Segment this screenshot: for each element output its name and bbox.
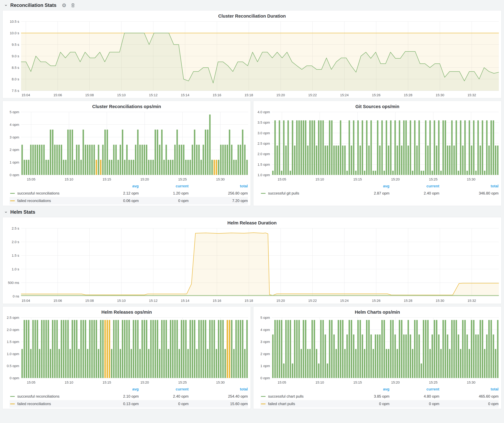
legend-table: avg current total successful reconciliat…: [3, 385, 251, 409]
legend-header-current[interactable]: current: [390, 184, 439, 188]
legend-row-failed-reconciliations[interactable]: failed reconciliations 0.06 opm 0 opm 7.…: [10, 197, 248, 205]
legend-current-value: 0 opm: [390, 402, 439, 406]
svg-text:15:20: 15:20: [140, 177, 149, 181]
svg-text:15:06: 15:06: [54, 299, 62, 303]
svg-text:15:25: 15:25: [178, 177, 187, 181]
svg-text:3.5 opm: 3.5 opm: [258, 121, 270, 124]
svg-text:15:05: 15:05: [27, 381, 35, 384]
svg-text:15:10: 15:10: [65, 381, 73, 384]
legend-row-successful-git-pulls[interactable]: successful git pulls 2.87 opm 2.40 opm 3…: [260, 189, 498, 197]
legend-header-current[interactable]: current: [139, 387, 189, 391]
panel-git-sources-opm: Git Sources ops/min 1.0 opm1.5 opm2.0 op…: [253, 101, 502, 206]
svg-text:2.5 s: 2.5 s: [12, 226, 19, 230]
svg-text:0 opm: 0 opm: [260, 376, 270, 380]
svg-text:15:26: 15:26: [372, 299, 380, 303]
svg-text:10.5 s: 10.5 s: [10, 20, 19, 24]
svg-text:15:08: 15:08: [85, 93, 94, 97]
svg-text:4.0 opm: 4.0 opm: [258, 110, 270, 114]
svg-text:15:15: 15:15: [353, 381, 362, 384]
svg-text:15:20: 15:20: [276, 93, 285, 97]
legend-header-current[interactable]: current: [390, 387, 439, 391]
svg-text:15:04: 15:04: [22, 299, 30, 303]
svg-text:15:28: 15:28: [404, 299, 412, 303]
panel-title[interactable]: Git Sources ops/min: [253, 101, 501, 110]
legend-current-value: 0 opm: [139, 199, 189, 203]
section-title: Helm Stats: [10, 209, 35, 215]
cluster-reconciliation-duration-chart[interactable]: 7.5 s8.0 s8.5 s9.0 s9.5 s10.0 s10.5 s15:…: [3, 19, 501, 98]
panel-title[interactable]: Cluster Reconciliation Duration: [3, 11, 501, 19]
legend-row-successful-chart-pulls[interactable]: successful chart pulls 3.85 opm 4.80 opm…: [260, 393, 498, 400]
legend-current-value: 0 opm: [139, 402, 189, 406]
legend-header-avg[interactable]: avg: [349, 387, 390, 391]
helm-releases-chart[interactable]: 0 opm0.5 opm1.0 opm1.5 opm2.0 opm2.5 opm…: [3, 315, 251, 385]
series-color-dash: [261, 193, 265, 194]
legend-row-successful-reconciliations[interactable]: successful reconciliations 2.12 opm 1.20…: [10, 189, 248, 197]
panel-helm-charts-opm: Helm Charts ops/min 0 opm1 opm2 opm3 opm…: [253, 306, 502, 409]
svg-text:15:25: 15:25: [178, 381, 187, 384]
svg-text:0 opm: 0 opm: [10, 173, 19, 177]
gear-icon[interactable]: ⚙: [62, 3, 66, 8]
legend-header-current[interactable]: current: [139, 184, 189, 188]
svg-text:9.5 s: 9.5 s: [12, 43, 19, 47]
svg-text:1.0 opm: 1.0 opm: [258, 173, 270, 177]
chevron-down-icon[interactable]: [4, 210, 8, 214]
svg-text:0.5 opm: 0.5 opm: [7, 364, 19, 368]
legend-header-total[interactable]: total: [189, 184, 248, 188]
legend-header-avg[interactable]: avg: [98, 184, 139, 188]
svg-text:15:14: 15:14: [181, 93, 189, 97]
legend-current-value: 2.40 opm: [139, 394, 189, 399]
legend-label: failed reconciliations: [17, 402, 98, 406]
legend-label: successful reconciliations: [17, 191, 98, 195]
svg-text:2 opm: 2 opm: [260, 352, 270, 356]
legend-header-avg[interactable]: avg: [98, 387, 139, 391]
legend-header-avg[interactable]: avg: [349, 184, 390, 188]
trash-icon[interactable]: [71, 3, 75, 8]
svg-text:15:12: 15:12: [149, 93, 157, 97]
panel-title[interactable]: Helm Releases ops/min: [3, 306, 251, 315]
svg-text:15:15: 15:15: [102, 177, 111, 181]
svg-text:2.0 s: 2.0 s: [12, 240, 19, 244]
svg-text:15:25: 15:25: [429, 177, 438, 181]
svg-text:3 opm: 3 opm: [10, 135, 19, 139]
svg-text:7.5 s: 7.5 s: [12, 89, 19, 93]
svg-text:15:32: 15:32: [468, 93, 476, 97]
legend-header-total[interactable]: total: [439, 387, 498, 391]
svg-text:15:16: 15:16: [213, 93, 221, 97]
cluster-reconciliations-chart[interactable]: 0 opm1 opm2 opm3 opm4 opm5 opm15:0515:10…: [3, 110, 251, 182]
git-sources-chart[interactable]: 1.0 opm1.5 opm2.0 opm2.5 opm3.0 opm3.5 o…: [253, 110, 501, 182]
legend-header-total[interactable]: total: [189, 387, 248, 391]
svg-text:15:30: 15:30: [216, 177, 225, 181]
legend-total-value: 7.20 opm: [189, 199, 248, 203]
helm-charts-chart[interactable]: 0 opm1 opm2 opm3 opm4 opm5 opm15:0515:10…: [253, 315, 501, 385]
svg-text:15:18: 15:18: [245, 93, 253, 97]
svg-text:4 opm: 4 opm: [260, 328, 270, 332]
svg-text:1.0 opm: 1.0 opm: [7, 352, 19, 356]
series-color-dash: [10, 404, 15, 404]
helm-release-duration-chart[interactable]: 0 ns500 ms1.0 s1.5 s2.0 s2.5 s15:0415:06…: [3, 226, 501, 304]
svg-text:15:25: 15:25: [429, 381, 438, 384]
svg-text:3.0 opm: 3.0 opm: [258, 131, 270, 135]
svg-text:2.0 opm: 2.0 opm: [258, 152, 270, 156]
svg-text:1.5 s: 1.5 s: [12, 253, 19, 258]
legend-row-failed-chart-pulls[interactable]: failed chart pulls 0 opm 0 opm 0 opm: [260, 400, 498, 408]
svg-text:0 ns: 0 ns: [13, 294, 19, 298]
legend-row-successful-reconciliations[interactable]: successful reconciliations 2.10 opm 2.40…: [10, 393, 248, 400]
legend-label: successful chart pulls: [268, 394, 349, 399]
series-color-dash: [10, 193, 15, 194]
legend-total-value: 465.60 opm: [439, 394, 498, 399]
legend-header-total[interactable]: total: [439, 184, 498, 188]
svg-text:15:20: 15:20: [276, 299, 285, 303]
svg-text:15:10: 15:10: [65, 177, 73, 181]
svg-text:5 opm: 5 opm: [260, 316, 270, 320]
panel-title[interactable]: Helm Release Duration: [3, 217, 501, 226]
section-header-helm-stats: Helm Stats: [2, 207, 502, 217]
svg-text:15:30: 15:30: [216, 381, 225, 384]
svg-text:15:24: 15:24: [340, 93, 349, 97]
chevron-down-icon[interactable]: [4, 3, 8, 7]
panel-title[interactable]: Cluster Reconciliations ops/min: [3, 101, 251, 110]
legend-row-failed-reconciliations[interactable]: failed reconciliations 0.13 opm 0 opm 15…: [10, 400, 248, 408]
panel-title[interactable]: Helm Charts ops/min: [253, 306, 501, 315]
legend-avg-value: 2.10 opm: [98, 394, 139, 399]
svg-text:15:12: 15:12: [149, 299, 157, 303]
svg-text:9.0 s: 9.0 s: [12, 54, 19, 58]
